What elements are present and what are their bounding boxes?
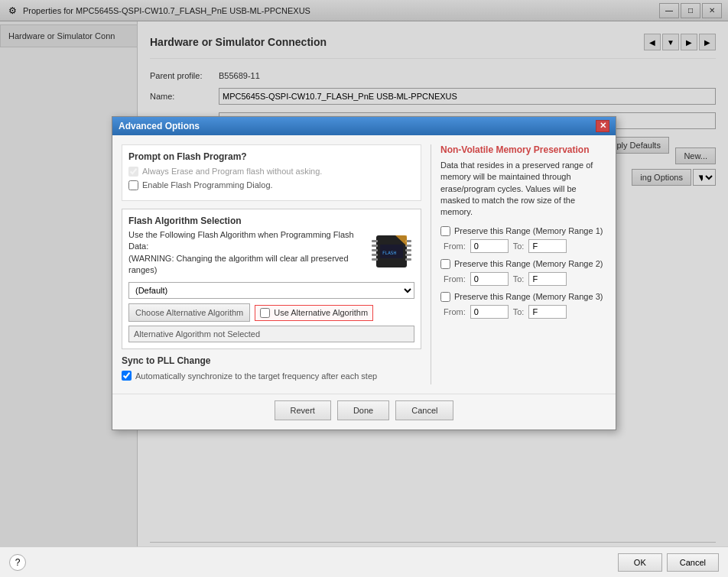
preserve-range2-row: Preserve this Range (Memory Range 2) — [440, 259, 606, 269]
preserve-range1-label: Preserve this Range (Memory Range 1) — [454, 226, 603, 235]
dialog-footer: Revert Done Cancel — [112, 394, 616, 430]
nv-desc: Data that resides in a preserved range o… — [440, 160, 606, 219]
range3-to-label: To: — [513, 307, 525, 316]
preserve-range1-row: Preserve this Range (Memory Range 1) — [440, 226, 606, 236]
dialog-content: Prompt on Flash Program? Always Erase an… — [112, 135, 616, 394]
range1-from-label: From: — [444, 241, 466, 251]
advanced-options-dialog: Advanced Options ✕ Prompt on Flash Progr… — [112, 116, 616, 431]
nv-title: Non-Volatile Memory Preservation — [440, 144, 606, 155]
dialog-title: Advanced Options — [119, 121, 200, 131]
pll-section: Sync to PLL Change Automatically synchro… — [122, 355, 421, 381]
preserve-range3-row: Preserve this Range (Memory Range 3) — [440, 292, 606, 302]
dialog-right-panel: Non-Volatile Memory Preservation Data th… — [431, 144, 606, 385]
auto-sync-row: Automatically synchronize to the target … — [122, 371, 421, 381]
use-alt-algo-checkbox[interactable] — [260, 308, 270, 318]
svg-rect-9 — [405, 249, 411, 251]
always-erase-label: Always Erase and Program flash without a… — [142, 167, 322, 176]
flash-algorithm-section: Flash Algorithm Selection — [122, 209, 421, 350]
svg-rect-11 — [405, 258, 411, 261]
choose-algo-button[interactable]: Choose Alternative Algorithm — [128, 303, 250, 322]
range3-to-input[interactable] — [528, 305, 567, 319]
prompt-section: Prompt on Flash Program? Always Erase an… — [122, 144, 421, 201]
flash-algo-title: Flash Algorithm Selection — [128, 216, 414, 226]
range3-from-label: From: — [444, 307, 466, 316]
dialog-left-panel: Prompt on Flash Program? Always Erase an… — [122, 144, 421, 385]
bottom-bar: ? OK Cancel — [0, 546, 728, 577]
always-erase-checkbox — [128, 167, 138, 177]
preserve-range1-checkbox[interactable] — [440, 226, 450, 236]
preserve-range2-label: Preserve this Range (Memory Range 2) — [454, 259, 603, 268]
main-cancel-button[interactable]: Cancel — [667, 553, 719, 572]
range2-from-label: From: — [444, 274, 466, 284]
flash-chip-image: FLASH — [369, 229, 414, 275]
use-alt-algo-row: Use Alternative Algorithm — [255, 305, 373, 321]
range2-from-input[interactable] — [470, 272, 509, 286]
preserve-range2-checkbox[interactable] — [440, 259, 450, 269]
modal-overlay: Advanced Options ✕ Prompt on Flash Progr… — [0, 0, 728, 546]
auto-sync-label: Automatically synchronize to the target … — [135, 371, 377, 381]
pll-section-title: Sync to PLL Change — [122, 355, 421, 366]
range3-from-input[interactable] — [470, 305, 509, 319]
range3-values: From: To: — [440, 305, 606, 319]
revert-button[interactable]: Revert — [275, 400, 331, 420]
preserve-range3-checkbox[interactable] — [440, 292, 450, 302]
dialog-close-button[interactable]: ✕ — [596, 120, 609, 132]
done-button[interactable]: Done — [337, 400, 389, 420]
range1-from-input[interactable] — [470, 239, 509, 253]
preserve-range3-label: Preserve this Range (Memory Range 3) — [454, 292, 603, 301]
svg-rect-5 — [372, 254, 378, 256]
svg-rect-4 — [372, 249, 378, 251]
range2-to-label: To: — [513, 274, 525, 284]
enable-flash-label: Enable Flash Programming Dialog. — [142, 180, 273, 190]
auto-sync-checkbox[interactable] — [122, 371, 132, 381]
range2-to-input[interactable] — [528, 272, 567, 286]
enable-flash-checkbox[interactable] — [128, 180, 138, 190]
range1-values: From: To: — [440, 239, 606, 253]
dialog-title-bar: Advanced Options ✕ — [112, 117, 616, 135]
svg-rect-2 — [372, 240, 378, 242]
range1-to-label: To: — [513, 241, 525, 251]
algo-status: Alternative Algorithm not Selected — [128, 326, 414, 342]
svg-text:FLASH: FLASH — [382, 250, 396, 255]
always-erase-row: Always Erase and Program flash without a… — [128, 167, 414, 177]
prompt-section-title: Prompt on Flash Program? — [128, 151, 414, 162]
svg-rect-10 — [405, 254, 411, 256]
algorithm-select[interactable]: (Default) — [128, 282, 414, 299]
svg-rect-3 — [372, 245, 378, 247]
help-button[interactable]: ? — [9, 554, 26, 571]
algo-controls: Choose Alternative Algorithm Use Alterna… — [128, 303, 414, 322]
enable-flash-row: Enable Flash Programming Dialog. — [128, 180, 414, 190]
cancel-button[interactable]: Cancel — [395, 400, 453, 420]
ok-button[interactable]: OK — [618, 553, 662, 572]
range2-values: From: To: — [440, 272, 606, 286]
svg-rect-6 — [372, 258, 378, 261]
range1-to-input[interactable] — [528, 239, 567, 253]
use-alt-algo-label: Use Alternative Algorithm — [274, 308, 368, 317]
algo-dropdown-row: (Default) — [128, 282, 414, 299]
